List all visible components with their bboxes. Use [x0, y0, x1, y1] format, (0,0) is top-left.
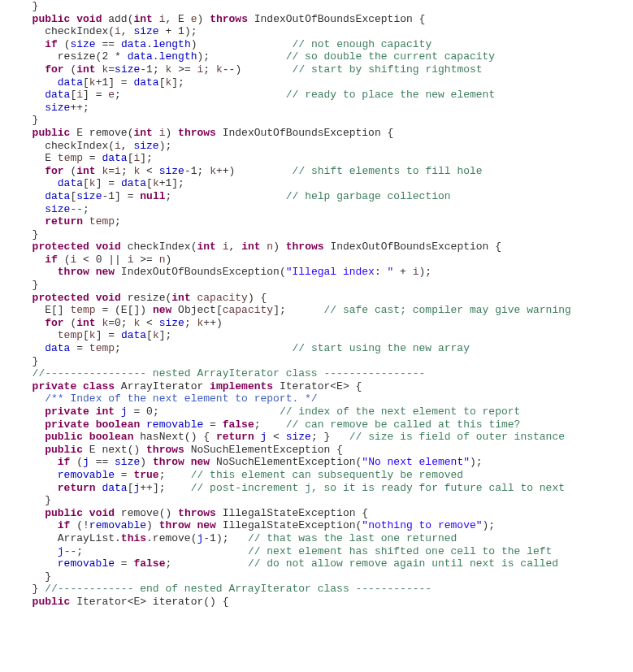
code-line: for (int k=i; k < size-1; k++) // shift …: [20, 165, 483, 177]
code-token: size: [133, 25, 158, 37]
code-token: length: [153, 38, 191, 50]
code-token: ;: [121, 165, 134, 177]
code-token: temp: [58, 152, 83, 164]
code-line: throw new IndexOutOfBoundsException("Ill…: [20, 266, 431, 278]
code-token: [: [159, 76, 166, 89]
code-token: k: [216, 63, 223, 76]
code-token: IndexOutOfBoundsException(: [115, 266, 286, 278]
code-token: boolean: [89, 431, 134, 443]
code-token: size: [133, 140, 158, 152]
code-token: IllegalStateException(: [216, 519, 362, 531]
code-token: public: [33, 127, 71, 139]
code-token: checkIndex(: [45, 25, 115, 37]
code-token: public: [45, 507, 83, 519]
code-token: [: [83, 177, 89, 189]
code-line: public E next() throws NoSuchElementExce…: [20, 444, 343, 456]
code-token: IllegalStateException {: [216, 507, 368, 519]
code-token: [: [146, 177, 153, 189]
code-line: private boolean removable = false; // ca…: [20, 418, 520, 431]
code-line: E temp = data[i];: [20, 152, 153, 164]
code-token: k: [153, 329, 159, 341]
code-token: ): [197, 13, 210, 25]
code-token: size: [115, 456, 140, 468]
code-line: removable = true; // this element can su…: [20, 469, 463, 481]
code-line: }: [20, 228, 38, 241]
code-line: size++;: [20, 102, 89, 114]
code-token: (: [70, 456, 83, 468]
code-token: --): [223, 63, 241, 76]
code-token: n: [267, 241, 273, 253]
code-token: [89, 241, 96, 253]
code-token: null: [140, 190, 165, 202]
code-token: =: [203, 418, 222, 431]
code-line: if (!removable) throw new IllegalStateEx…: [20, 519, 495, 531]
code-line: ArrayList.this.remove(j-1); // that was …: [20, 532, 457, 544]
code-token: //---------------- nested ArrayIterator …: [33, 367, 426, 379]
code-token: [83, 431, 89, 443]
code-token: int: [76, 63, 95, 76]
code-token: ];: [171, 76, 184, 89]
code-token: "Illegal index: ": [286, 266, 394, 278]
code-token: int: [133, 13, 152, 25]
code-token: size: [45, 102, 70, 114]
code-token: k: [89, 76, 96, 89]
code-token: size: [45, 203, 70, 215]
code-token: // so double the current capacity: [286, 50, 495, 63]
code-token: [254, 431, 261, 443]
code-token: // help garbage collection: [286, 190, 451, 202]
code-token: size: [159, 165, 184, 177]
code-token: IndexOutOfBoundsException {: [324, 241, 501, 253]
code-token: =0;: [108, 317, 133, 329]
code-token: i: [413, 266, 419, 278]
code-token: // start using the new array: [293, 342, 470, 354]
code-token: length: [159, 50, 197, 63]
code-token: public: [45, 444, 83, 456]
code-token: ++): [216, 165, 235, 177]
code-token: capacity: [223, 304, 273, 316]
code-token: throws: [178, 507, 216, 519]
code-token: ) {: [248, 292, 267, 304]
code-token: }: [33, 279, 39, 291]
code-token: [: [83, 329, 89, 341]
code-token: private: [33, 380, 77, 392]
code-token: // shift elements to fill hole: [293, 165, 483, 177]
code-token: NoSuchElementException {: [184, 444, 343, 456]
code-token: (: [58, 254, 71, 266]
code-token: removable: [146, 418, 203, 431]
code-token: j: [83, 456, 89, 468]
code-token: "nothing to remove": [362, 519, 482, 531]
code-line: data[i] = e; // ready to place the new e…: [20, 89, 495, 101]
code-token: // can remove be called at this time?: [286, 418, 521, 431]
code-token: public: [33, 13, 71, 25]
code-token: [89, 266, 96, 278]
code-token: i: [115, 140, 121, 152]
code-line: }: [20, 355, 38, 367]
code-token: /** Index of the next element to report.…: [45, 392, 317, 405]
code-token: +1];: [159, 177, 184, 189]
code-token: =: [115, 557, 133, 570]
code-token: // do not allow remove again until next …: [248, 557, 558, 570]
code-token: throws: [146, 444, 184, 456]
code-line: if (j == size) throw new NoSuchElementEx…: [20, 456, 483, 468]
code-token: resize(: [121, 292, 171, 304]
code-token: ;: [254, 418, 261, 431]
code-line: /** Index of the next element to report.…: [20, 392, 318, 405]
code-line: }: [20, 570, 51, 583]
code-token: false: [133, 557, 165, 570]
code-line: data = temp; // start using the new arra…: [20, 342, 470, 354]
code-line: data[k+1] = data[k];: [20, 76, 184, 89]
code-line: public void add(int i, E e) throws Index…: [20, 13, 425, 25]
code-token: );: [197, 50, 210, 63]
code-token: + 1);: [159, 25, 197, 37]
code-token: removable: [89, 519, 146, 531]
code-token: return: [58, 482, 96, 494]
code-line: //---------------- nested ArrayIterator …: [20, 367, 425, 379]
code-token: ;: [165, 557, 171, 570]
code-token: = 0;: [128, 405, 159, 418]
code-token: [115, 405, 121, 418]
code-token: temp: [58, 329, 83, 341]
code-token: ;: [159, 469, 166, 481]
code-token: ];: [159, 329, 172, 341]
code-token: ++];: [140, 482, 165, 494]
code-token: if: [58, 519, 71, 531]
